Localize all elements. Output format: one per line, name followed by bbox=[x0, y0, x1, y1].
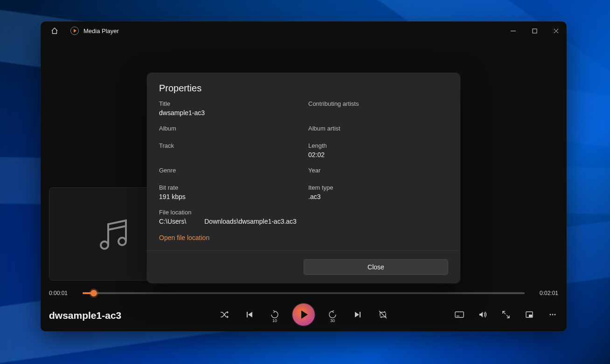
time-elapsed: 0:00:01 bbox=[49, 290, 77, 296]
titlebar: Media Player bbox=[41, 21, 567, 40]
app-identity: Media Player bbox=[70, 27, 119, 35]
svg-point-6 bbox=[550, 314, 551, 316]
app-icon bbox=[70, 27, 79, 35]
shuffle-button[interactable] bbox=[217, 307, 232, 322]
seek-slider[interactable] bbox=[83, 292, 525, 294]
skip-forward-button[interactable]: 30 bbox=[325, 307, 340, 322]
prop-track-label: Track bbox=[159, 142, 299, 149]
prop-item-type-label: Item type bbox=[308, 184, 448, 191]
svg-rect-3 bbox=[455, 312, 464, 317]
prop-year-label: Year bbox=[308, 167, 448, 174]
prop-artists-label: Contributing artists bbox=[308, 100, 448, 107]
close-button[interactable] bbox=[545, 21, 567, 40]
captions-button[interactable] bbox=[452, 307, 467, 322]
prop-title-label: Title bbox=[159, 100, 299, 107]
home-button[interactable] bbox=[45, 21, 64, 40]
dialog-heading: Properties bbox=[159, 83, 448, 94]
skip-forward-amount: 30 bbox=[330, 318, 335, 323]
seek-slider-thumb[interactable] bbox=[90, 290, 97, 296]
skip-back-button[interactable]: 10 bbox=[267, 307, 282, 322]
prop-item-type-value: .ac3 bbox=[308, 193, 448, 200]
prop-title-value: dwsample1-ac3 bbox=[159, 109, 299, 117]
play-icon bbox=[301, 310, 308, 319]
svg-point-2 bbox=[118, 238, 126, 245]
skip-back-amount: 10 bbox=[272, 318, 277, 323]
secondary-controls bbox=[452, 307, 560, 322]
more-options-button[interactable] bbox=[545, 307, 560, 322]
play-button[interactable] bbox=[292, 303, 315, 326]
properties-dialog: Properties Title dwsample1-ac3 Contribut… bbox=[147, 73, 460, 283]
next-track-button[interactable] bbox=[350, 307, 365, 322]
fullscreen-button[interactable] bbox=[499, 307, 513, 322]
minimize-button[interactable] bbox=[502, 21, 524, 40]
music-note-icon bbox=[93, 213, 135, 255]
svg-point-8 bbox=[555, 314, 556, 316]
close-button-label: Close bbox=[367, 263, 384, 271]
window-controls bbox=[502, 21, 567, 40]
open-file-location-link[interactable]: Open file location bbox=[159, 234, 209, 241]
media-player-window: Media Player bbox=[41, 21, 567, 331]
mini-player-button[interactable] bbox=[522, 307, 537, 322]
prop-album-label: Album bbox=[159, 125, 299, 132]
prop-length-label: Length bbox=[308, 142, 448, 149]
prop-album-artist-label: Album artist bbox=[308, 125, 448, 132]
repeat-button[interactable] bbox=[375, 307, 390, 322]
svg-point-7 bbox=[552, 314, 554, 316]
prop-bitrate-label: Bit rate bbox=[159, 184, 299, 191]
volume-button[interactable] bbox=[475, 307, 490, 322]
maximize-button[interactable] bbox=[524, 21, 545, 40]
prop-length-value: 02:02 bbox=[308, 151, 448, 158]
prop-location-value: C:\Users\ Downloads\dwsample1-ac3.ac3 bbox=[159, 218, 448, 225]
time-total: 0:02:01 bbox=[530, 290, 558, 296]
app-title: Media Player bbox=[83, 27, 119, 34]
prop-location-label: File location bbox=[159, 209, 448, 216]
prop-genre-label: Genre bbox=[159, 167, 299, 174]
svg-point-1 bbox=[101, 241, 108, 249]
svg-rect-0 bbox=[533, 29, 537, 33]
svg-rect-5 bbox=[529, 315, 532, 317]
dialog-close-button[interactable]: Close bbox=[304, 259, 448, 275]
content-area: 0:00:01 0:02:01 dwsample1-ac3 10 bbox=[41, 40, 567, 331]
prop-bitrate-value: 191 kbps bbox=[159, 193, 299, 200]
previous-track-button[interactable] bbox=[242, 307, 257, 322]
seek-row: 0:00:01 0:02:01 bbox=[49, 286, 558, 300]
